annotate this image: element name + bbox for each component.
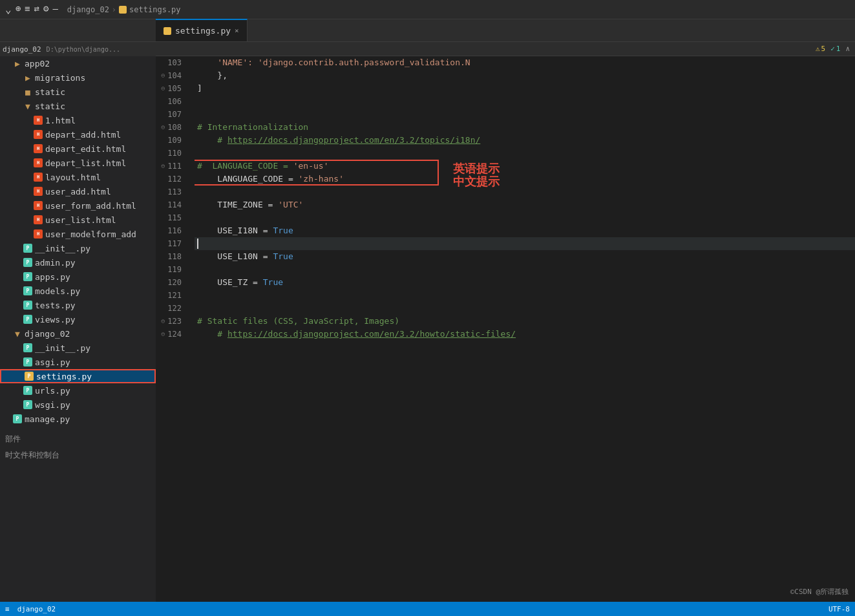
nav-back-icon[interactable]: ⌄ bbox=[5, 3, 12, 16]
sidebar-label-migrations: migrations bbox=[35, 73, 85, 83]
line-num-104: ⊖104 bbox=[156, 69, 187, 82]
sidebar-label-user-form-add: user_form_add.html bbox=[45, 201, 136, 211]
code-content[interactable]: 'NAME': 'django.contrib.auth.password_va… bbox=[195, 56, 855, 602]
sidebar-item-migrations[interactable]: ▶ migrations bbox=[0, 70, 156, 85]
tab-settings-py[interactable]: settings.py × bbox=[156, 19, 248, 41]
code-line-121 bbox=[195, 289, 855, 302]
code-line-109: # https://docs.djangoproject.com/en/3.2/… bbox=[195, 134, 855, 147]
code-line-124: # https://docs.djangoproject.com/en/3.2/… bbox=[195, 328, 855, 341]
sidebar-item-user-form-add[interactable]: H user_form_add.html bbox=[0, 198, 156, 213]
nav-target-icon[interactable]: ⊕ bbox=[16, 3, 21, 16]
sidebar-item-asgi[interactable]: P asgi.py bbox=[0, 355, 156, 369]
sidebar-label-apps: apps.py bbox=[35, 272, 70, 282]
sidebar-item-templates[interactable]: ▼ static bbox=[0, 99, 156, 113]
watermark: ©CSDN @所谓孤独 bbox=[790, 587, 849, 597]
line-num-123: ⊖123 bbox=[156, 315, 187, 328]
code-editor[interactable]: 103 ⊖104 ⊖105 106 107 ⊖ bbox=[156, 56, 855, 602]
py-icon-settings-orange: P bbox=[25, 372, 34, 381]
line-num-118: 118 bbox=[156, 250, 187, 263]
sidebar-project-header[interactable]: django_02 D:\python\django... bbox=[0, 42, 156, 56]
sidebar-label-settings: settings.py bbox=[36, 372, 92, 381]
nav-layout-icon[interactable]: ≡ bbox=[25, 3, 30, 16]
error-count: 1 bbox=[836, 45, 841, 53]
sidebar-item-manage[interactable]: P manage.py bbox=[0, 412, 156, 426]
line-num-124: ⊖124 bbox=[156, 328, 187, 341]
line-num-112: 112 bbox=[156, 173, 187, 186]
sidebar-bottom-files: 时文件和控制台 bbox=[0, 447, 156, 463]
code-line-115 bbox=[195, 211, 855, 224]
sidebar-label-depart-add: depart_add.html bbox=[45, 130, 121, 140]
py-icon-models: P bbox=[23, 286, 32, 295]
line-num-122: 122 bbox=[156, 302, 187, 315]
html-icon-user-add: H bbox=[34, 187, 43, 196]
sidebar-item-wsgi[interactable]: P wsgi.py bbox=[0, 398, 156, 412]
sidebar-item-views[interactable]: P views.py bbox=[0, 312, 156, 326]
sidebar-item-user-list[interactable]: H user_list.html bbox=[0, 213, 156, 227]
settings-icon[interactable]: ⚙ bbox=[43, 3, 48, 16]
sidebar-item-models[interactable]: P models.py bbox=[0, 284, 156, 298]
sidebar-item-depart-add[interactable]: H depart_add.html bbox=[0, 127, 156, 142]
sidebar-item-1html[interactable]: H 1.html bbox=[0, 113, 156, 127]
py-icon-apps: P bbox=[23, 272, 32, 281]
sidebar-item-user-add[interactable]: H user_add.html bbox=[0, 184, 156, 198]
sidebar-label-1html: 1.html bbox=[45, 116, 76, 125]
line-num-105: ⊖105 bbox=[156, 82, 187, 95]
line-num-106: 106 bbox=[156, 95, 187, 108]
line-num-121: 121 bbox=[156, 289, 187, 302]
sidebar-label-django02: django_02 bbox=[25, 329, 70, 339]
sidebar-item-depart-edit[interactable]: H depart_edit.html bbox=[0, 142, 156, 156]
editor-area: ⚠ 5 ✓ 1 ∧ 103 ⊖104 bbox=[156, 42, 855, 602]
sidebar-label-user-modelform-add: user_modelform_add bbox=[45, 229, 136, 239]
py-icon-init-app02: P bbox=[23, 244, 32, 253]
nav-split-icon[interactable]: ⇄ bbox=[34, 3, 39, 16]
breadcrumb-project: django_02 bbox=[67, 5, 109, 14]
line-num-115: 115 bbox=[156, 211, 187, 224]
sidebar-label-layout: layout.html bbox=[45, 173, 101, 182]
breadcrumb: django_02 › settings.py bbox=[67, 5, 181, 14]
code-line-107 bbox=[195, 108, 855, 121]
sidebar-label-wsgi: wsgi.py bbox=[35, 400, 70, 410]
sidebar-item-settings[interactable]: P settings.py bbox=[0, 369, 156, 383]
code-line-120: USE_TZ = True bbox=[195, 276, 855, 289]
line-num-107: 107 bbox=[156, 108, 187, 121]
code-line-112: LANGUAGE_CODE = 'zh-hans' bbox=[195, 173, 855, 186]
sidebar-label-static: static bbox=[35, 87, 65, 97]
sidebar-item-init-app02[interactable]: P __init__.py bbox=[0, 241, 156, 255]
sidebar-label-app02: app02 bbox=[25, 59, 50, 69]
line-num-116: 116 bbox=[156, 224, 187, 237]
bottom-project: django_02 bbox=[17, 605, 56, 613]
html-icon-user-list: H bbox=[34, 215, 43, 224]
html-icon-depart-list: H bbox=[34, 158, 43, 167]
tab-close-button[interactable]: × bbox=[235, 27, 239, 35]
line-num-109: 109 bbox=[156, 134, 187, 147]
sidebar-item-init-django02[interactable]: P __init__.py bbox=[0, 341, 156, 355]
line-num-111: ⊖111 bbox=[156, 160, 187, 173]
sidebar-label-user-add: user_add.html bbox=[45, 187, 111, 196]
py-icon-urls: P bbox=[23, 386, 32, 395]
bottom-right: UTF-8 bbox=[829, 605, 850, 613]
sidebar-label-models: models.py bbox=[35, 286, 80, 296]
sidebar-item-app02[interactable]: ▶ app02 bbox=[0, 56, 156, 70]
sidebar-item-admin[interactable]: P admin.py bbox=[0, 255, 156, 270]
html-icon-depart-add: H bbox=[34, 130, 43, 139]
sidebar-item-layout[interactable]: H layout.html bbox=[0, 170, 156, 184]
sidebar-item-django02[interactable]: ▼ django_02 bbox=[0, 326, 156, 341]
sidebar-item-static[interactable]: ■ static bbox=[0, 85, 156, 99]
folder-icon-django02: ▼ bbox=[13, 329, 22, 338]
title-bar: ⌄ ⊕ ≡ ⇄ ⚙ — django_02 › settings.py bbox=[0, 0, 855, 19]
line-num-110: 110 bbox=[156, 147, 187, 160]
minimize-icon[interactable]: — bbox=[52, 3, 58, 16]
sidebar-label-urls: urls.py bbox=[35, 386, 70, 396]
sidebar-label-views: views.py bbox=[35, 315, 76, 324]
scroll-up-icon[interactable]: ∧ bbox=[845, 45, 850, 53]
sidebar-item-apps[interactable]: P apps.py bbox=[0, 270, 156, 284]
line-numbers: 103 ⊖104 ⊖105 106 107 ⊖ bbox=[156, 56, 195, 602]
sidebar-item-user-modelform-add[interactable]: H user_modelform_add bbox=[0, 227, 156, 241]
sidebar-item-tests[interactable]: P tests.py bbox=[0, 298, 156, 312]
line-num-113: 113 bbox=[156, 186, 187, 198]
sidebar-item-depart-list[interactable]: H depart_list.html bbox=[0, 156, 156, 170]
sidebar-item-urls[interactable]: P urls.py bbox=[0, 383, 156, 398]
sidebar-label-init-app02: __init__.py bbox=[35, 244, 90, 253]
code-line-111: # LANGUAGE_CODE = 'en-us' bbox=[195, 160, 855, 173]
checkmark-icon: ✓ bbox=[830, 45, 835, 53]
